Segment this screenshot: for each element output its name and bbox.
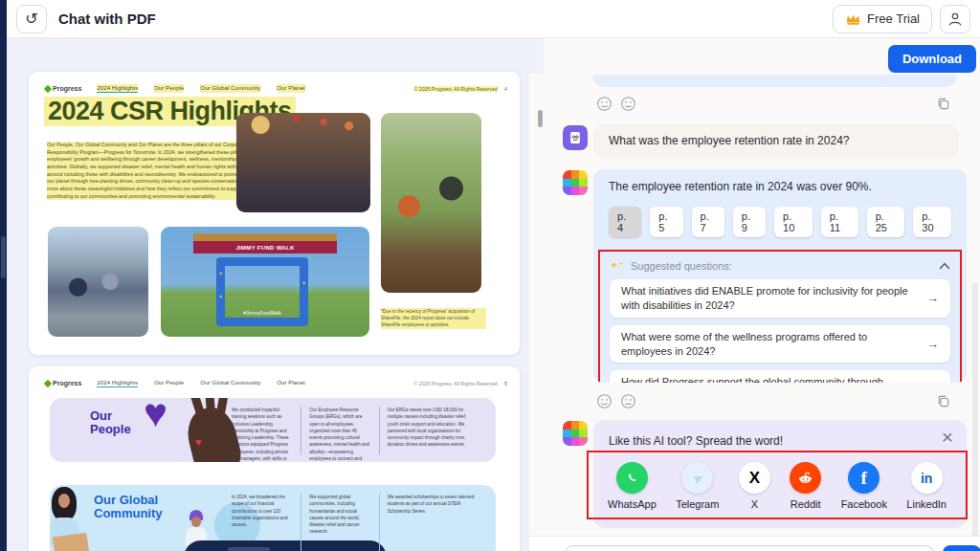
chat-input[interactable] <box>564 545 935 551</box>
page-chip-9[interactable]: p. 9 <box>733 207 766 237</box>
progress-logo: Progress <box>45 380 81 386</box>
reddit-icon <box>790 462 821 494</box>
page-chip-4[interactable]: p. 4 <box>609 207 641 237</box>
ai-avatar <box>563 421 588 446</box>
whatsapp-icon <box>616 462 648 494</box>
nav-our-planet: Our Planet <box>277 379 305 387</box>
nav-our-planet: Our Planet <box>277 84 305 93</box>
user-message-bubble: What was the employee retention rate in … <box>593 124 959 159</box>
document-face-icon <box>568 130 583 145</box>
progress-logo-icon <box>44 84 52 92</box>
suggested-questions-label: Suggested questions: <box>631 260 732 272</box>
nav-2024-highlights: 2024 Highlights <box>97 379 138 387</box>
user-icon <box>947 11 964 28</box>
thumbs-up-smiley-icon[interactable] <box>596 393 612 409</box>
share-linkedin[interactable]: in LinkedIn <box>906 462 947 510</box>
banner-text: JIMMY FUND WALK <box>193 241 337 253</box>
pdf-viewer-panel[interactable]: Progress 2024 Highlights Our People Our … <box>7 38 529 551</box>
page-chip-11[interactable]: p. 11 <box>821 207 858 237</box>
global-column-1: In 2024, we broadened the scope of our f… <box>232 494 301 551</box>
people-column-3: Our ERGs raised over USD 18,000 for mult… <box>379 407 484 454</box>
our-global-community-title: Our Global Community <box>94 494 209 519</box>
previous-message-tail <box>592 75 957 87</box>
crown-icon <box>845 12 861 26</box>
page-chip-5[interactable]: p. 5 <box>650 207 682 237</box>
our-people-title: Our People <box>90 409 147 435</box>
heart-icon: ♥ <box>144 398 167 436</box>
send-button[interactable] <box>943 545 980 551</box>
feedback-row <box>596 393 951 409</box>
copy-icon[interactable] <box>935 393 951 409</box>
thumbs-down-frown-icon[interactable] <box>620 96 636 112</box>
user-message-text: What was the employee retention rate in … <box>609 134 849 147</box>
share-whatsapp[interactable]: WhatsApp <box>608 462 657 510</box>
pdf-page-number: 4 <box>504 86 507 92</box>
our-people-section: Our People ♥ ♥ We conducted impactful tr… <box>50 398 496 462</box>
people-column-2: Our Employee Resource Groups (ERGs), whi… <box>301 407 378 454</box>
page-chip-25[interactable]: p. 25 <box>867 207 905 237</box>
arrow-right-icon: → <box>917 290 939 307</box>
copy-icon[interactable] <box>935 96 951 112</box>
chat-scrollbar[interactable] <box>972 282 978 542</box>
facebook-icon: f <box>848 462 880 494</box>
sidebar-expand-handle[interactable] <box>1 236 6 278</box>
tree-planting-photo <box>381 113 481 293</box>
progress-logo: Progress <box>45 85 81 92</box>
share-x[interactable]: X X <box>739 462 770 510</box>
pdf-page-header: Progress 2024 Highlights Our People Our … <box>45 82 507 95</box>
progress-logo-icon <box>44 379 52 386</box>
our-global-community-section: Our Global Community In 2024, we broaden… <box>50 485 496 551</box>
suggested-question-1[interactable]: What initiatives did ENABLE promote for … <box>610 279 950 318</box>
arrow-right-icon: → <box>917 336 939 353</box>
share-telegram[interactable]: ➤ Telegram <box>676 462 719 510</box>
thumbs-up-smiley-icon[interactable] <box>596 96 612 112</box>
arrow-right-icon: → <box>917 381 939 383</box>
free-trial-button[interactable]: Free Trial <box>833 5 932 33</box>
x-icon: X <box>739 462 770 494</box>
nav-2024-highlights: 2024 Highlights <box>97 84 138 93</box>
left-sidebar-rail <box>0 0 7 551</box>
close-icon[interactable]: × <box>942 426 953 449</box>
nav-our-people: Our People <box>154 84 184 93</box>
share-facebook[interactable]: f Facebook <box>841 462 887 510</box>
page-chip-10[interactable]: p. 10 <box>774 207 813 237</box>
reload-icon: ↺ <box>25 10 37 28</box>
top-bar: ↺ Chat with PDF Free Trial <box>7 0 980 38</box>
reload-button[interactable]: ↺ <box>16 5 47 33</box>
suggested-questions-box: ✦⁺ Suggested questions: What initiatives… <box>598 250 962 383</box>
page-reference-chips: p. 4 p. 5 p. 7 p. 9 p. 10 p. 11 p. 25 p.… <box>609 207 951 237</box>
nav-our-global-community: Our Global Community <box>200 379 260 387</box>
suggested-question-3[interactable]: How did Progress support the global comm… <box>610 370 950 383</box>
pdf-page-5: Progress 2024 Highlights Our People Our … <box>29 366 520 551</box>
nav-our-global-community: Our Global Community <box>200 84 260 93</box>
thumbs-down-frown-icon[interactable] <box>620 393 636 409</box>
chat-with-pdf-app: ↺ Chat with PDF Free Trial Progress <box>0 0 980 551</box>
photo-prop-frame: ✦ ✦ ✦ #JimmyFundWalk <box>216 257 308 326</box>
pdf-page-header: Progress 2024 Highlights Our People Our … <box>45 377 507 389</box>
pdf-scrollbar-thumb[interactable] <box>538 110 543 127</box>
sparkle-icon: ✦⁺ <box>610 259 624 272</box>
share-message-bubble: Like this AI tool? Spread the word! × Wh… <box>593 420 967 528</box>
copyright-text: © 2025 Progress. All Rights Reserved <box>414 86 498 92</box>
jimmy-fund-walk-photo: JIMMY FUND WALK ✦ ✦ ✦ #JimmyFundWalk <box>161 227 369 337</box>
suggested-questions-header: ✦⁺ Suggested questions: <box>610 259 950 272</box>
office-celebration-photo <box>236 113 370 212</box>
people-column-1: We conducted impactful training sessions… <box>232 407 301 454</box>
pdf-page-number: 5 <box>504 381 507 386</box>
account-button[interactable] <box>940 5 970 33</box>
telegram-icon: ➤ <box>681 462 713 494</box>
page-title: Chat with PDF <box>58 11 156 27</box>
download-button[interactable]: Download <box>888 45 976 73</box>
chevron-up-icon[interactable] <box>939 262 950 270</box>
share-options-row: WhatsApp ➤ Telegram X X <box>587 451 968 519</box>
global-column-2: We supported global communities, includi… <box>301 494 378 551</box>
small-heart-icon: ♥ <box>195 436 202 448</box>
share-reddit[interactable]: Reddit <box>790 462 821 510</box>
page-chip-7[interactable]: p. 7 <box>692 207 724 237</box>
pdf-page-4: Progress 2024 Highlights Our People Our … <box>29 72 520 355</box>
sharefile-footnote: *Due to the recency of Progress' acquisi… <box>381 308 486 329</box>
nav-our-people: Our People <box>154 379 184 387</box>
page-chip-30[interactable]: p. 30 <box>913 207 951 237</box>
banner-brand-strip <box>193 233 337 241</box>
suggested-question-2[interactable]: What were some of the wellness programs … <box>610 325 950 364</box>
